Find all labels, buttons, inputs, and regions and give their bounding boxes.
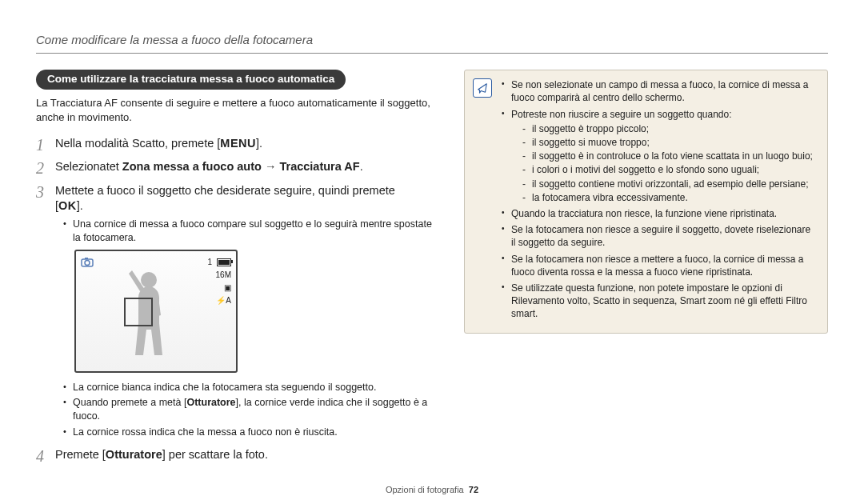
manual-page: Come modificare la messa a fuoco della f… bbox=[0, 0, 864, 504]
step3-bullet-frame-follow: Una cornice di messa a fuoco compare sul… bbox=[63, 218, 436, 245]
step1-text: Nella modalità Scatto, premete [ bbox=[55, 137, 220, 150]
step3-sublist-a: Una cornice di messa a fuoco compare sul… bbox=[55, 218, 436, 245]
section-title: Come modificare la messa a fuoco della f… bbox=[36, 32, 828, 48]
note-item-3: Quando la tracciatura non riesce, la fun… bbox=[502, 207, 816, 220]
camera-lcd-preview: 1 16M ▣ ⚡A bbox=[74, 250, 238, 373]
step3-bullet-red: La cornice rossa indica che la messa a f… bbox=[63, 426, 436, 439]
steps-list: Nella modalità Scatto, premete [MENU]. S… bbox=[36, 136, 436, 463]
footer: Opzioni di fotografia 72 bbox=[0, 484, 864, 496]
note-icon bbox=[473, 78, 492, 98]
step3-ok-close: ]. bbox=[77, 199, 83, 212]
note-box: Se non selezionate un campo di messa a f… bbox=[464, 70, 828, 334]
step2-prefix: Selezionatet bbox=[55, 160, 122, 173]
step-1: Nella modalità Scatto, premete [MENU]. bbox=[36, 136, 436, 152]
osd-flash-icon: ⚡A bbox=[216, 294, 231, 307]
step3-bullet-green: Quando premete a metà [Otturatore], la c… bbox=[63, 396, 436, 423]
note-dash-3: il soggetto è in controluce o la foto vi… bbox=[522, 150, 816, 162]
step2-bold1: Zona messa a fuoco auto bbox=[122, 160, 262, 173]
battery-icon bbox=[217, 258, 231, 266]
focus-frame bbox=[124, 298, 153, 326]
step2-suffix: . bbox=[360, 160, 363, 173]
step-2: Selezionatet Zona messa a fuoco auto → T… bbox=[36, 159, 436, 175]
osd-count: 1 bbox=[207, 256, 212, 269]
note-item-2: Potreste non riuscire a seguire un sogge… bbox=[502, 108, 816, 204]
right-column: Se non selezionate un campo di messa a f… bbox=[464, 70, 828, 470]
step1-suffix: ]. bbox=[256, 137, 262, 150]
step4-suffix: ] per scattare la foto. bbox=[162, 448, 268, 461]
step2-arrow: → bbox=[262, 160, 280, 173]
footer-text: Opzioni di fotografia bbox=[386, 485, 464, 494]
svg-point-1 bbox=[85, 260, 90, 265]
page-number: 72 bbox=[469, 485, 478, 494]
note-dash-list: il soggetto è troppo piccolo; il soggett… bbox=[511, 122, 816, 204]
note-dash-1: il soggetto è troppo piccolo; bbox=[522, 122, 816, 135]
left-column: Come utilizzare la tracciatura messa a f… bbox=[36, 70, 436, 470]
note-dash-4: i colori o i motivi del soggetto e lo sf… bbox=[522, 163, 816, 176]
step3-line1: Mettete a fuoco il soggetto che desidera… bbox=[55, 184, 395, 197]
osd-resolution: 16M bbox=[216, 269, 231, 282]
ok-label: OK bbox=[58, 199, 77, 212]
note-list: Se non selezionate un campo di messa a f… bbox=[502, 78, 816, 320]
columns: Come utilizzare la tracciatura messa a f… bbox=[36, 70, 828, 470]
step-3: Mettete a fuoco il soggetto che desidera… bbox=[36, 183, 436, 439]
step2-bold2: Tracciatura AF bbox=[279, 160, 359, 173]
note-dash-5: il soggetto contiene motivi orizzontali,… bbox=[522, 178, 816, 190]
menu-label: MENU bbox=[220, 137, 256, 150]
step-4: Premete [Otturatore] per scattare la fot… bbox=[36, 447, 436, 463]
step4-bold: Otturatore bbox=[106, 448, 162, 461]
mode-icon bbox=[81, 256, 94, 269]
step3-sublist-b: La cornice bianca indica che la fotocame… bbox=[55, 381, 436, 440]
shutter-bold: Otturatore bbox=[186, 397, 235, 408]
note-dash-2: il soggetto si muove troppo; bbox=[522, 136, 816, 149]
intro-text: La Tracciatura AF consente di seguire e … bbox=[36, 96, 436, 124]
osd-metering-icon: ▣ bbox=[224, 282, 231, 294]
svg-point-3 bbox=[141, 272, 157, 288]
divider bbox=[36, 53, 828, 54]
note-item-6: Se utilizzate questa funzione, non potet… bbox=[502, 282, 816, 321]
topic-pill: Come utilizzare la tracciatura messa a f… bbox=[36, 70, 346, 90]
svg-rect-2 bbox=[85, 258, 88, 259]
step4-prefix: Premete [ bbox=[55, 448, 106, 461]
note-item-5: Se la fotocamera non riesce a mettere a … bbox=[502, 253, 816, 278]
note-dash-6: la fotocamera vibra eccessivamente. bbox=[522, 191, 816, 204]
osd-panel: 1 16M ▣ ⚡A bbox=[207, 256, 231, 307]
note-item-1: Se non selezionate un campo di messa a f… bbox=[502, 78, 816, 104]
note-item-4: Se la fotocamera non riesce a seguire il… bbox=[502, 223, 816, 249]
step3-bullet-white: La cornice bianca indica che la fotocame… bbox=[63, 381, 436, 394]
